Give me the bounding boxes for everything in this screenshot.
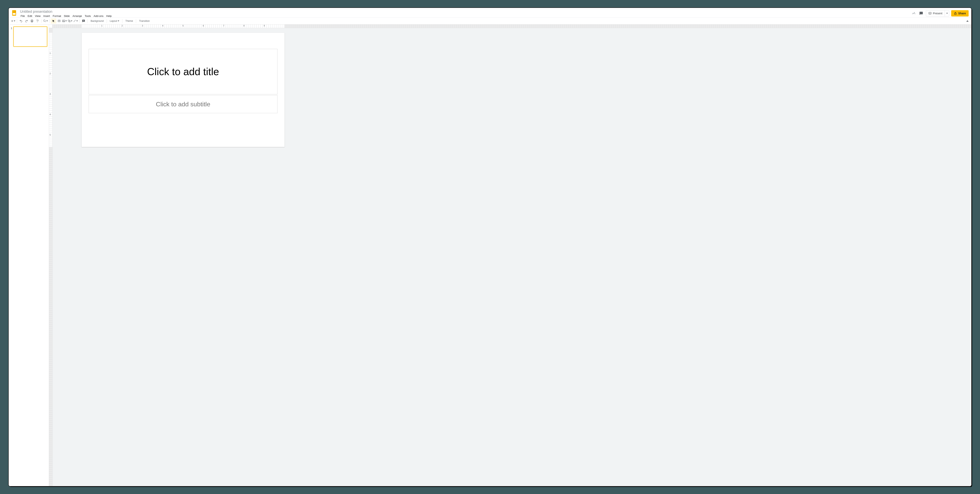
svg-point-5 xyxy=(43,20,45,22)
slide-thumbnail-row[interactable]: 1 xyxy=(10,26,48,48)
separator xyxy=(17,19,17,23)
svg-rect-7 xyxy=(62,20,65,22)
slide[interactable]: Click to add title Click to add subtitle xyxy=(81,33,285,147)
canvas[interactable]: Click to add title Click to add subtitle xyxy=(52,28,971,486)
svg-point-9 xyxy=(68,20,70,21)
ruler-tick-label: 9 xyxy=(264,25,265,27)
svg-rect-10 xyxy=(69,21,70,22)
new-slide-button[interactable] xyxy=(10,18,16,24)
line-tool[interactable] xyxy=(73,18,78,24)
theme-button[interactable]: Theme xyxy=(124,18,135,24)
ruler-tick-label: 8 xyxy=(243,25,245,27)
share-label: Share xyxy=(958,12,966,15)
app-window: Untitled presentation File Edit View Ins… xyxy=(9,8,971,486)
present-label: Present xyxy=(933,12,942,15)
ruler-tick-label: 7 xyxy=(223,25,224,27)
background-button[interactable]: Background xyxy=(89,18,105,24)
shape-tool[interactable] xyxy=(67,18,73,24)
toolbar: Background Layout Theme Transition xyxy=(9,18,971,24)
separator xyxy=(107,19,107,23)
slides-logo-icon[interactable] xyxy=(11,10,18,16)
present-button[interactable]: Present xyxy=(926,10,945,16)
separator xyxy=(122,19,123,23)
transition-button[interactable]: Transition xyxy=(137,18,151,24)
horizontal-ruler[interactable]: 123456789 xyxy=(52,24,971,28)
chevron-down-icon xyxy=(118,20,119,22)
present-button-group: Present xyxy=(926,10,949,16)
chevron-down-icon xyxy=(65,20,67,22)
title-placeholder[interactable]: Click to add title xyxy=(89,49,277,94)
paint-format-button[interactable] xyxy=(35,18,40,24)
svg-rect-1 xyxy=(955,13,956,14)
slide-number: 1 xyxy=(10,27,12,30)
subtitle-placeholder[interactable]: Click to add subtitle xyxy=(89,95,277,113)
present-dropdown[interactable] xyxy=(945,10,949,16)
editor: 123456789 12345 Click to add title Click… xyxy=(49,24,971,486)
layout-button[interactable]: Layout xyxy=(108,18,121,24)
title-right: Present Share xyxy=(911,9,969,16)
undo-button[interactable] xyxy=(18,18,24,24)
share-button[interactable]: Share xyxy=(951,10,969,16)
ruler-tick-label: 6 xyxy=(203,25,204,27)
ruler-tick-label: 1 xyxy=(49,52,51,54)
separator xyxy=(136,19,136,23)
vertical-ruler[interactable]: 12345 xyxy=(49,28,52,486)
layout-label: Layout xyxy=(110,20,117,22)
ruler-tick-label: 4 xyxy=(162,25,163,27)
ruler-tick-label: 2 xyxy=(122,25,123,27)
ruler-tick-label: 1 xyxy=(102,25,103,27)
textbox-tool[interactable] xyxy=(56,18,62,24)
title-bar: Untitled presentation File Edit View Ins… xyxy=(9,8,971,17)
select-tool[interactable] xyxy=(51,18,56,24)
chevron-down-icon xyxy=(14,20,15,22)
filmstrip[interactable]: 1 xyxy=(9,24,49,486)
chevron-down-icon xyxy=(76,20,78,22)
ruler-tick-label: 2 xyxy=(49,72,51,75)
chevron-down-icon xyxy=(71,20,72,22)
comment-insert-button[interactable] xyxy=(81,18,86,24)
ruler-tick-label: 4 xyxy=(49,113,51,115)
title-column: Untitled presentation File Edit View Ins… xyxy=(19,9,911,18)
ruler-tick-label: 5 xyxy=(49,134,51,136)
comments-icon[interactable] xyxy=(918,11,924,16)
chevron-down-icon xyxy=(46,20,48,22)
document-title[interactable]: Untitled presentation xyxy=(19,9,911,14)
ruler-corner xyxy=(49,24,52,28)
workspace: 1 123456789 12345 Click to add title xyxy=(9,24,971,486)
collapse-toolbar-button[interactable] xyxy=(966,19,969,23)
redo-button[interactable] xyxy=(24,18,29,24)
image-tool[interactable] xyxy=(62,18,67,24)
slide-thumbnail[interactable] xyxy=(13,27,47,47)
print-button[interactable] xyxy=(29,18,35,24)
ruler-tick-label: 3 xyxy=(49,93,51,95)
zoom-button[interactable] xyxy=(43,18,48,24)
activity-icon[interactable] xyxy=(911,11,916,16)
ruler-tick-label: 5 xyxy=(183,25,184,27)
ruler-tick-label: 3 xyxy=(142,25,143,27)
